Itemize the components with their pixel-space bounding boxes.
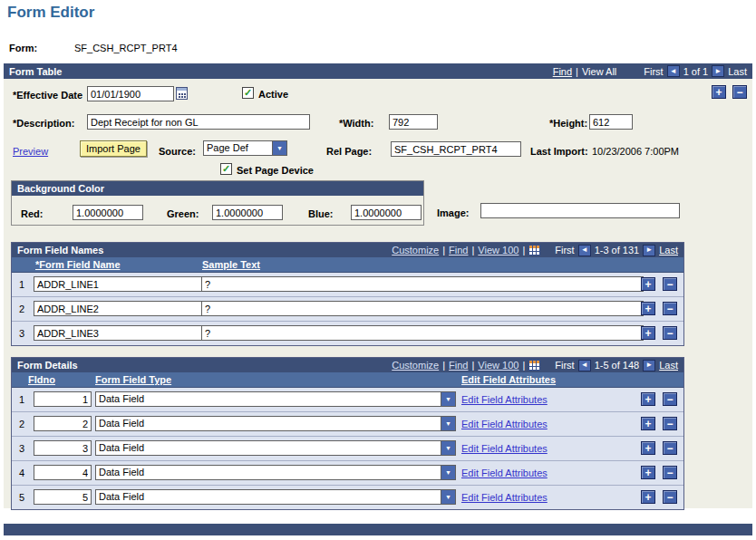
add-row-button[interactable]: +: [712, 85, 726, 99]
sample-text-input[interactable]: [201, 325, 644, 341]
fldno-input[interactable]: [34, 416, 92, 431]
form-field-name-input[interactable]: [34, 325, 204, 341]
add-row-button[interactable]: +: [641, 302, 655, 315]
page: Form Editor Form: SF_CSH_RCPT_PRT4 Form …: [0, 0, 756, 540]
prev-button[interactable]: ◄: [578, 245, 591, 256]
view-all-link[interactable]: View All: [582, 66, 616, 77]
add-row-button[interactable]: +: [641, 441, 655, 455]
download-grid-icon[interactable]: [528, 360, 540, 371]
form-field-name-input[interactable]: [34, 276, 204, 292]
fldno-input[interactable]: [34, 440, 92, 456]
source-select[interactable]: Page Def ▼: [203, 140, 287, 156]
view-100-link[interactable]: View 100: [478, 245, 519, 256]
footer-bar: [4, 524, 752, 535]
import-page-button[interactable]: Import Page: [80, 140, 147, 157]
description-input[interactable]: [87, 114, 310, 130]
column-header-form-field-type[interactable]: Form Field Type: [95, 374, 171, 385]
width-input[interactable]: [389, 114, 438, 130]
add-row-button[interactable]: +: [641, 417, 655, 430]
height-input[interactable]: [589, 114, 633, 130]
active-checkbox[interactable]: ✓: [242, 87, 254, 99]
form-field-type-select[interactable]: Data Field ▼: [95, 465, 456, 480]
last-link[interactable]: Last: [659, 360, 678, 371]
find-link[interactable]: Find: [449, 360, 468, 371]
plus-icon: +: [715, 87, 722, 98]
image-input[interactable]: [480, 203, 680, 218]
add-row-button[interactable]: +: [641, 392, 655, 406]
fldno-input[interactable]: [34, 391, 92, 407]
row-number: 4: [19, 468, 24, 478]
set-page-device-checkbox[interactable]: ✓: [220, 163, 232, 175]
delete-row-button[interactable]: −: [732, 85, 747, 99]
table-row: 5 Data Field ▼ Edit Field Attributes + −: [12, 486, 683, 509]
check-icon: ✓: [244, 88, 252, 98]
form-field-type-select[interactable]: Data Field ▼: [95, 440, 456, 456]
last-link[interactable]: Last: [659, 245, 678, 256]
set-page-device-label: Set Page Device: [237, 165, 314, 176]
column-header-fldno[interactable]: Fldno: [28, 374, 55, 385]
delete-row-button[interactable]: −: [663, 302, 677, 315]
download-grid-icon[interactable]: [528, 245, 540, 256]
column-header-sample-text[interactable]: Sample Text: [202, 259, 260, 270]
check-icon: ✓: [222, 164, 230, 174]
next-button[interactable]: ►: [643, 245, 655, 256]
form-field-type-value: Data Field: [96, 441, 441, 455]
customize-link[interactable]: Customize: [392, 360, 439, 371]
delete-row-button[interactable]: −: [663, 490, 677, 504]
form-field-name-input[interactable]: [34, 301, 204, 316]
sample-text-input[interactable]: [201, 301, 644, 316]
plus-icon: +: [645, 419, 651, 429]
minus-icon: −: [666, 328, 673, 339]
preview-link[interactable]: Preview: [13, 146, 48, 157]
add-row-button[interactable]: +: [641, 326, 655, 340]
calendar-icon[interactable]: [176, 87, 188, 100]
customize-link[interactable]: Customize: [392, 245, 439, 256]
prev-button[interactable]: ◄: [667, 65, 680, 77]
form-field-type-select[interactable]: Data Field ▼: [95, 489, 456, 505]
form-table-header-bar: Form Table Find | View All First ◄ 1 of …: [4, 63, 752, 79]
form-field-type-select[interactable]: Data Field ▼: [95, 391, 456, 407]
add-row-button[interactable]: +: [641, 490, 655, 504]
column-header-form-field-name[interactable]: *Form Field Name: [35, 259, 121, 270]
next-button[interactable]: ►: [643, 360, 655, 371]
blue-input[interactable]: [351, 205, 422, 220]
add-row-button[interactable]: +: [641, 466, 655, 479]
form-table-body: + − *Effective Date ✓ Active *Descriptio…: [4, 79, 752, 508]
delete-row-button[interactable]: −: [663, 326, 677, 340]
edit-field-attributes-link[interactable]: Edit Field Attributes: [461, 419, 548, 429]
fldno-input[interactable]: [34, 465, 92, 480]
table-row: 2 + −: [12, 297, 683, 322]
form-field-names-header-bar: Form Field Names Customize | Find | View…: [12, 243, 683, 257]
sample-text-input[interactable]: [201, 276, 644, 292]
chevron-down-icon: ▼: [272, 141, 286, 155]
edit-field-attributes-link[interactable]: Edit Field Attributes: [461, 443, 548, 454]
row-range: 1-5 of 148: [595, 360, 640, 371]
first-label: First: [644, 66, 663, 77]
separator: |: [522, 245, 525, 256]
edit-field-attributes-link[interactable]: Edit Field Attributes: [461, 394, 548, 405]
edit-field-attributes-link[interactable]: Edit Field Attributes: [461, 468, 548, 478]
form-field-type-value: Data Field: [96, 490, 441, 504]
red-input[interactable]: [73, 205, 143, 220]
delete-row-button[interactable]: −: [663, 466, 677, 479]
delete-row-button[interactable]: −: [663, 277, 677, 291]
effective-date-input[interactable]: [87, 86, 174, 101]
form-field-type-select[interactable]: Data Field ▼: [95, 416, 456, 431]
prev-button[interactable]: ◄: [578, 360, 591, 371]
view-100-link[interactable]: View 100: [478, 360, 519, 371]
row-number: 3: [19, 443, 24, 454]
fldno-input[interactable]: [34, 489, 92, 505]
delete-row-button[interactable]: −: [663, 417, 677, 430]
page-title: Form Editor: [7, 4, 94, 22]
green-input[interactable]: [212, 205, 283, 220]
find-link[interactable]: Find: [449, 245, 468, 256]
edit-field-attributes-link[interactable]: Edit Field Attributes: [461, 492, 548, 503]
find-link[interactable]: Find: [553, 66, 572, 77]
rel-page-input[interactable]: [391, 141, 521, 157]
form-details-title: Form Details: [12, 360, 78, 371]
delete-row-button[interactable]: −: [663, 441, 677, 455]
column-header-edit-field-attributes[interactable]: Edit Field Attributes: [461, 374, 556, 385]
next-button[interactable]: ►: [712, 65, 724, 77]
add-row-button[interactable]: +: [641, 277, 655, 291]
delete-row-button[interactable]: −: [663, 392, 677, 406]
